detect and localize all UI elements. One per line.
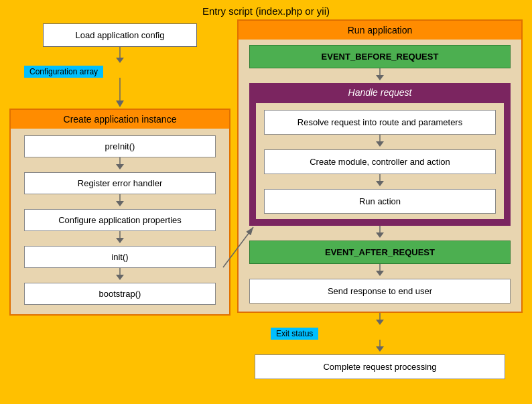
arr2 [113, 194, 127, 209]
event-after-box: EVENT_AFTER_REQUEST [249, 241, 511, 264]
config-array-label: Configuration array [24, 66, 103, 78]
svg-marker-7 [116, 201, 124, 206]
handle-box-0: Resolve request into route and parameter… [264, 110, 496, 135]
flow-box-0: preInit() [24, 135, 216, 157]
main-wrapper: Entry script (index.php or yii) Load app… [0, 0, 532, 404]
load-config-box: Load application config [43, 23, 197, 47]
arr1 [113, 157, 127, 172]
arrow-load-to-label [113, 47, 127, 66]
handle-request-header: Handle request [249, 83, 511, 103]
arr-h1 [373, 135, 387, 149]
arr-before [373, 68, 387, 83]
event-before-box: EVENT_BEFORE_REQUEST [249, 45, 511, 68]
main-title: Entry script (index.php or yii) [0, 0, 532, 19]
main-layout: Load application config Configuration ar… [0, 19, 532, 395]
handle-box-1: Create module, controller and action [264, 149, 496, 174]
arrow-config-to-create [113, 78, 127, 109]
right-column: Run application EVENT_BEFORE_REQUEST Han… [237, 19, 523, 395]
svg-marker-1 [116, 58, 124, 63]
svg-marker-9 [116, 238, 124, 243]
flow-box-4: bootstrap() [24, 283, 216, 305]
arr-exit [373, 313, 387, 328]
complete-box: Complete request processing [255, 354, 506, 379]
arr-send [373, 264, 387, 279]
run-app-section: Run application EVENT_BEFORE_REQUEST Han… [237, 19, 523, 313]
svg-marker-25 [376, 320, 384, 325]
left-flow-items: preInit() Register error handler Configu… [11, 135, 229, 305]
run-app-header: Run application [239, 21, 521, 40]
arr-complete [373, 340, 387, 354]
flow-box-2: Configure application properties [24, 209, 216, 231]
left-column: Load application config Configuration ar… [9, 19, 230, 395]
send-response-box: Send response to end user [249, 279, 511, 304]
create-app-section: Create application instance preInit() Re… [9, 109, 230, 316]
arr-h2 [373, 174, 387, 189]
flow-box-1: Register error handler [24, 172, 216, 194]
svg-marker-21 [376, 232, 384, 238]
arr-after [373, 226, 387, 241]
svg-marker-15 [376, 75, 384, 80]
handle-inner: Resolve request into route and parameter… [256, 103, 504, 219]
svg-marker-19 [376, 181, 384, 186]
handle-request-section: Handle request Resolve request into rout… [249, 83, 511, 226]
svg-marker-23 [376, 271, 384, 276]
svg-marker-5 [116, 164, 124, 170]
svg-marker-3 [116, 100, 124, 107]
svg-marker-11 [116, 275, 124, 280]
create-app-header: Create application instance [11, 110, 229, 129]
arr3 [113, 231, 127, 246]
flow-box-3: init() [24, 246, 216, 268]
arr4 [113, 268, 127, 283]
svg-marker-27 [376, 346, 384, 352]
svg-marker-17 [376, 141, 384, 147]
exit-label: Exit status [271, 328, 318, 340]
handle-box-2: Run action [264, 189, 496, 214]
